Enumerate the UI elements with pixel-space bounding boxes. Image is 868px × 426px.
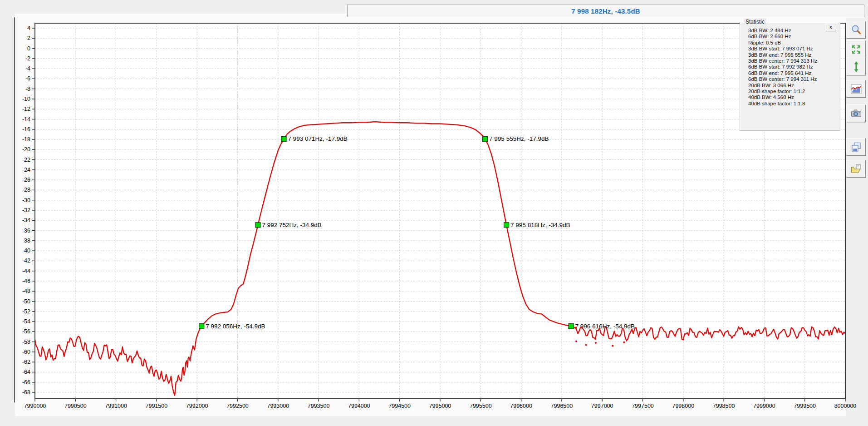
chart-style-button[interactable] [846, 80, 866, 98]
stat-line: 6dB BW start: 7 992 982 Hz [748, 64, 840, 70]
x-axis-label: 7992000 [186, 403, 208, 409]
y-axis-label: -50 [22, 298, 30, 305]
x-axis-label: 7995500 [470, 403, 492, 409]
marker-point[interactable] [569, 324, 574, 329]
stat-line: 40dB shape factor: 1:1.8 [748, 101, 840, 107]
y-axis-label: -4 [25, 65, 30, 72]
y-axis-label: -8 [25, 86, 30, 92]
noise-speck [623, 342, 625, 343]
y-axis-label: 2 [27, 35, 30, 41]
y-axis-label: -26 [22, 177, 30, 183]
marker-label: 7 992 752Hz, -34.9dB [262, 222, 322, 228]
x-axis-label: 7997000 [591, 403, 613, 409]
y-axis-label: -6 [25, 75, 30, 82]
y-axis-label: -46 [22, 278, 30, 284]
x-axis-label: 8000000 [834, 403, 857, 409]
y-axis-label: -16 [22, 126, 30, 133]
fit-vertical-button[interactable] [846, 58, 866, 75]
x-axis-label: 7998000 [672, 403, 694, 409]
x-axis-label: 7996000 [510, 403, 532, 409]
stat-line: Ripple: 0.5 dB [748, 40, 840, 46]
y-axis-label: 0 [27, 45, 30, 52]
cursor-readout-bar: 7 998 182Hz, -43.5dB [347, 5, 864, 17]
screenshot-button[interactable] [846, 104, 866, 122]
stat-line: 6dB BW end: 7 995 641 Hz [748, 70, 840, 76]
y-axis-label: -32 [22, 207, 30, 213]
x-axis-label: 7994500 [388, 403, 411, 409]
marker-point[interactable] [199, 324, 204, 329]
y-axis-label: -64 [22, 369, 30, 375]
y-axis-label: -42 [22, 258, 30, 264]
noise-speck [595, 342, 597, 344]
y-axis-label: -34 [22, 217, 30, 223]
y-axis-label: -2 [25, 55, 30, 62]
folder-export-icon [850, 163, 862, 175]
copy-data-button[interactable] [846, 138, 866, 156]
y-axis-label: -52 [22, 308, 30, 315]
y-axis-label: -60 [22, 349, 30, 355]
export-button[interactable] [846, 160, 866, 178]
stat-line: 3dB BW center: 7 994 313 Hz [748, 58, 840, 64]
marker-point[interactable] [483, 136, 488, 141]
y-axis-label: -44 [22, 268, 30, 274]
marker-label: 7 992 056Hz, -54.9dB [206, 323, 265, 330]
magnifier-icon [850, 24, 862, 36]
x-axis-label: 7999000 [753, 403, 775, 409]
cursor-readout-text: 7 998 182Hz, -43.5dB [571, 7, 640, 15]
marker-point[interactable] [281, 136, 286, 141]
marker-point[interactable] [504, 223, 509, 228]
y-axis-label: -38 [22, 238, 30, 244]
zoom-mode-button[interactable] [846, 21, 866, 39]
y-axis-label: -56 [22, 328, 30, 335]
x-axis-label: 7994000 [348, 403, 370, 409]
x-axis-label: 7998500 [713, 403, 735, 409]
x-axis-label: 7992500 [226, 403, 249, 409]
stat-line: 40dB BW: 4 560 Hz [748, 94, 840, 100]
marker-point[interactable] [255, 223, 260, 228]
y-axis-label: -28 [22, 187, 30, 193]
vertical-arrows-icon [850, 61, 862, 73]
y-axis-label: -14 [22, 116, 30, 123]
y-axis-label: -54 [22, 318, 30, 325]
fit-to-window-button[interactable] [846, 40, 866, 58]
y-axis-label: -20 [22, 146, 30, 153]
stat-line: 20dB shape factor: 1:1.2 [748, 89, 840, 94]
y-axis-label: -22 [22, 157, 30, 163]
x-axis-label: 7993500 [308, 403, 330, 409]
y-axis-label: -62 [22, 359, 30, 365]
x-axis-label: 7993000 [267, 403, 289, 409]
x-axis-label: 7991000 [105, 403, 127, 409]
stat-line: 6dB BW: 2 660 Hz [748, 34, 840, 40]
y-axis-label: -48 [22, 288, 30, 294]
close-icon[interactable]: x [825, 24, 836, 31]
stat-line: 6dB BW center: 7 994 311 Hz [748, 76, 840, 82]
y-axis-label: -24 [22, 167, 30, 173]
y-axis-label: -30 [22, 197, 30, 203]
y-axis-label: -68 [22, 389, 30, 396]
y-axis-label: -40 [22, 248, 30, 254]
x-axis-label: 7990500 [64, 403, 87, 409]
noise-speck [575, 340, 577, 342]
stat-line: 3dB BW end: 7 995 555 Hz [748, 52, 840, 58]
statistic-panel-title: Statistic [744, 19, 766, 25]
y-axis-label: -12 [22, 106, 30, 112]
x-axis-label: 7990000 [24, 403, 46, 409]
fit-arrows-icon [850, 44, 862, 55]
y-axis-label: -10 [22, 96, 30, 102]
chart-canvas: 420-2-4-6-8-10-12-14-16-18-20-22-24-26-2… [0, 0, 868, 426]
x-axis-label: 7997500 [632, 403, 654, 409]
statistic-panel: Statistic x 3dB BW: 2 484 Hz6dB BW: 2 66… [740, 22, 840, 131]
chart-icon [850, 83, 862, 95]
noise-speck [585, 344, 587, 346]
marker-label: 7 995 555Hz, -17.9dB [489, 135, 549, 142]
x-axis-label: 7996500 [551, 403, 573, 409]
statistic-lines: 3dB BW: 2 484 Hz6dB BW: 2 660 HzRipple: … [740, 22, 840, 107]
x-axis-label: 7995000 [429, 403, 451, 409]
x-axis-label: 7999500 [794, 403, 816, 409]
y-axis-label: -36 [22, 228, 30, 234]
y-axis-label: -18 [22, 136, 30, 143]
x-axis-label: 7991500 [146, 403, 168, 409]
y-axis-label: 4 [27, 25, 30, 31]
marker-label: 7 993 071Hz, -17.9dB [288, 135, 348, 142]
copy-pages-icon [850, 141, 862, 153]
